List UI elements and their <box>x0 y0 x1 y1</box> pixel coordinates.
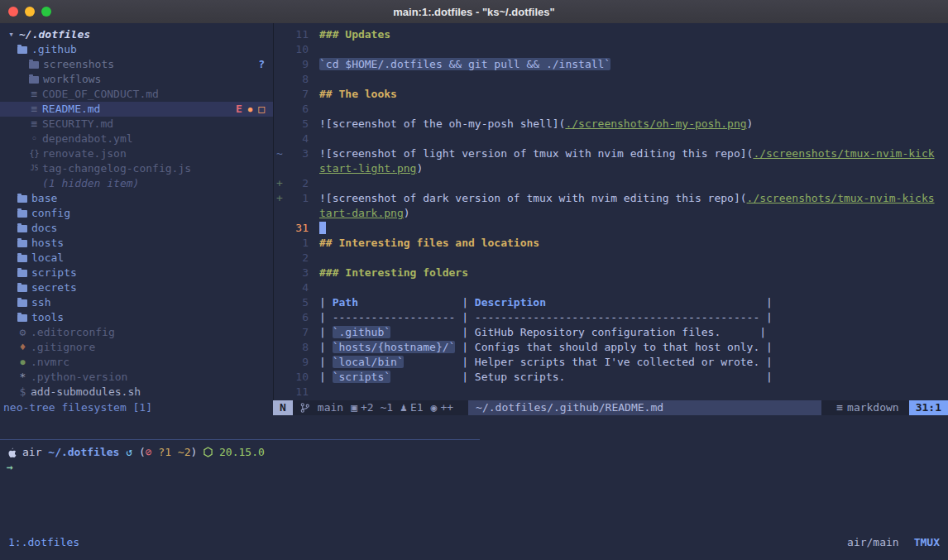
tree-item-local[interactable]: local <box>0 251 273 266</box>
line-text[interactable]: `cd $HOME/.dotfiles && git pull && ./ins… <box>319 57 610 72</box>
editor-line[interactable]: 6| ------------------- | ---------------… <box>274 310 948 325</box>
line-text[interactable]: | Path | Description | <box>319 295 773 310</box>
line-text[interactable]: | `hosts/{hostname}/` | Configs that sho… <box>319 340 773 355</box>
editor-line[interactable]: 8| `hosts/{hostname}/` | Configs that sh… <box>274 340 948 355</box>
shell-input-line[interactable]: → <box>7 460 948 475</box>
terminal-window: main:1:.dotfiles - "ks~/.dotfiles" ▾~/.d… <box>0 0 948 560</box>
tree-item-renovate-json[interactable]: {}renovate.json <box>0 146 273 161</box>
tree-item-base[interactable]: base <box>0 191 273 206</box>
tree-item--python-version[interactable]: *.python-version <box>0 370 273 385</box>
git-status-badge: E <box>236 102 242 117</box>
editor-line[interactable]: 7## The looks <box>274 87 948 102</box>
editor-line[interactable]: 11 <box>274 385 948 400</box>
prompt-arrow: → <box>7 460 13 475</box>
tmux-pane-divider[interactable] <box>0 439 480 440</box>
tree-item--gitignore[interactable]: ♦.gitignore <box>0 340 273 355</box>
text-segment: ![screenshot of light version of tmux wi… <box>319 147 753 160</box>
shell-pane[interactable]: air ~/.dotfiles ↺ (⊘ ?1 ~2) 20.15.0 → <box>7 445 948 475</box>
tree-item-code-of-conduct-md[interactable]: ≡CODE_OF_CONDUCT.md <box>0 87 273 102</box>
tree-item-add-submodules-sh[interactable]: $add-submodules.sh <box>0 385 273 400</box>
tree-item--dotfiles[interactable]: ▾~/.dotfiles <box>0 27 273 42</box>
line-text[interactable]: ![screenshot of light version of tmux wi… <box>319 146 935 161</box>
tmux-statusbar: 1:.dotfiles air/main TMUX <box>0 534 948 551</box>
line-number: 4 <box>287 132 309 146</box>
close-button[interactable] <box>8 7 18 17</box>
tree-item--github[interactable]: .github <box>0 42 273 57</box>
tree-item-label: tools <box>31 310 64 325</box>
editor-line[interactable]: 5| Path | Description | <box>274 295 948 310</box>
editor-line[interactable]: +2 <box>274 176 948 191</box>
tree-item-label: local <box>31 251 64 266</box>
gutter-sign <box>274 236 287 251</box>
line-number: 6 <box>287 310 309 325</box>
line-text[interactable]: ## Interesting files and locations <box>319 236 539 251</box>
editor-line[interactable]: tart-dark.png) <box>274 206 948 221</box>
line-number: 11 <box>287 385 309 400</box>
folder-icon <box>17 210 27 218</box>
tree-item-docs[interactable]: docs <box>0 221 273 236</box>
gutter-sign <box>274 87 287 102</box>
prompt-segment <box>197 446 203 458</box>
line-text[interactable]: | `.github` | GitHub Repository configur… <box>319 325 766 340</box>
text-segment: Description <box>475 296 546 309</box>
gutter-sign: ~ <box>274 146 287 161</box>
line-text[interactable]: ### Updates <box>319 27 390 42</box>
tmux-window-label[interactable]: 1:.dotfiles <box>8 534 79 551</box>
editor-line[interactable]: 3### Interesting folders <box>274 266 948 280</box>
editor-line[interactable]: 5![screenshot of the oh-my-posh shell](.… <box>274 117 948 132</box>
tree-item-dependabot-yml[interactable]: ◦dependabot.yml <box>0 132 273 146</box>
gutter-sign <box>274 206 287 221</box>
line-text[interactable]: | `local/bin` | Helper scripts that I've… <box>319 355 773 370</box>
zoom-button[interactable] <box>41 7 51 17</box>
editor-line[interactable]: 8 <box>274 72 948 87</box>
tree-item-scripts[interactable]: scripts <box>0 266 273 280</box>
line-text[interactable] <box>319 221 326 236</box>
line-text[interactable]: | `scripts` | Setup scripts. | <box>319 370 773 385</box>
editor-line[interactable]: 2 <box>274 251 948 266</box>
line-text[interactable]: tart-dark.png) <box>319 206 410 221</box>
tree-item-secrets[interactable]: secrets <box>0 280 273 295</box>
tree-item--editorconfig[interactable]: ⚙.editorconfig <box>0 325 273 340</box>
editor-line[interactable]: 9`cd $HOME/.dotfiles && git pull && ./in… <box>274 57 948 72</box>
text-segment: ![screenshot of the oh-my-posh shell]( <box>319 117 565 130</box>
tree-item-tag-changelog-config-js[interactable]: JStag-changelog-config.js <box>0 161 273 176</box>
tree-item--nvmrc[interactable]: ●.nvmrc <box>0 355 273 370</box>
editor-line[interactable]: 7| `.github` | GitHub Repository configu… <box>274 325 948 340</box>
editor-line[interactable]: 10 <box>274 42 948 57</box>
editor-line[interactable]: +1![screenshot of dark version of tmux w… <box>274 191 948 206</box>
minimize-button[interactable] <box>25 7 35 17</box>
tree-item-readme-md[interactable]: ≡README.mdE●□ <box>0 102 273 117</box>
editor-line[interactable]: 31 <box>274 221 948 236</box>
line-text[interactable]: ## The looks <box>319 87 397 102</box>
line-text[interactable]: ![screenshot of dark version of tmux wit… <box>319 191 935 206</box>
line-number: 6 <box>287 102 309 117</box>
line-text[interactable]: | ------------------- | ----------------… <box>319 310 773 325</box>
gutter-sign <box>274 102 287 117</box>
tree-item-tools[interactable]: tools <box>0 310 273 325</box>
tree-item-hosts[interactable]: hosts <box>0 236 273 251</box>
tree-item-security-md[interactable]: ≡SECURITY.md <box>0 117 273 132</box>
line-text[interactable]: start-light.png) <box>319 161 423 176</box>
editor-line[interactable]: 4 <box>274 280 948 295</box>
tree-item--1-hidden-item-[interactable]: (1 hidden item) <box>0 176 273 191</box>
tree-item-ssh[interactable]: ssh <box>0 295 273 310</box>
chevron-down-icon: ▾ <box>5 27 17 42</box>
editor-line[interactable]: ~3![screenshot of light version of tmux … <box>274 146 948 161</box>
markdown-icon: ≡ <box>28 87 41 102</box>
editor-line[interactable]: 9| `local/bin` | Helper scripts that I'v… <box>274 355 948 370</box>
editor-line[interactable]: 6 <box>274 102 948 117</box>
tree-item-config[interactable]: config <box>0 206 273 221</box>
tree-item-screenshots[interactable]: screenshots? <box>0 57 273 72</box>
tree-item-workflows[interactable]: workflows <box>0 72 273 87</box>
folder-icon <box>29 61 39 69</box>
editor-buffer[interactable]: 11### Updates109`cd $HOME/.dotfiles && g… <box>274 27 948 400</box>
editor-line[interactable]: 11### Updates <box>274 27 948 42</box>
editor-line[interactable]: 10| `scripts` | Setup scripts. | <box>274 370 948 385</box>
git-status-badge: ● <box>248 102 252 117</box>
editor-line[interactable]: 1## Interesting files and locations <box>274 236 948 251</box>
editor-line[interactable]: 4 <box>274 132 948 146</box>
editor-line[interactable]: start-light.png) <box>274 161 948 176</box>
line-text[interactable]: ![screenshot of the oh-my-posh shell](./… <box>319 117 753 132</box>
line-text[interactable]: ### Interesting folders <box>319 266 468 280</box>
line-number: 10 <box>287 370 309 385</box>
